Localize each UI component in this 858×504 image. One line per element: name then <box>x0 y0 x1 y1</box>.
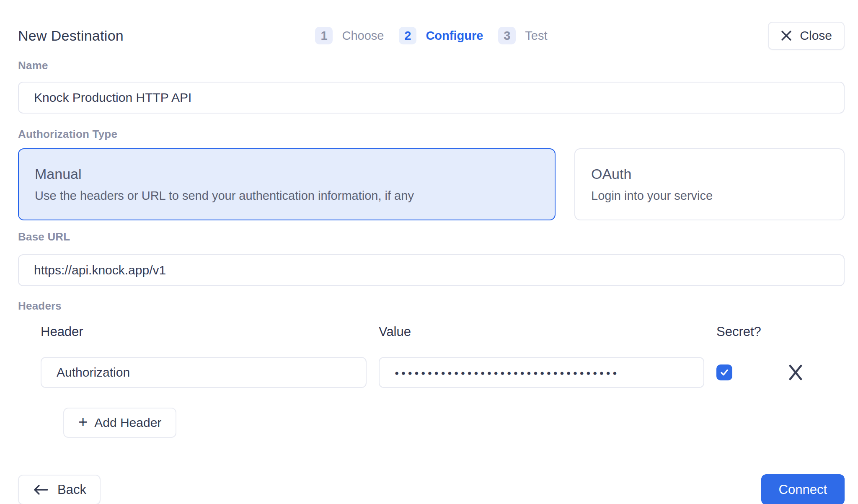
dialog-header: New Destination 1 Choose 2 Configure 3 T… <box>18 20 845 51</box>
back-button[interactable]: Back <box>18 475 101 504</box>
auth-option-description: Use the headers or URL to send your auth… <box>35 189 539 203</box>
auth-option-title: Manual <box>35 166 539 182</box>
stepper: 1 Choose 2 Configure 3 Test <box>315 27 547 44</box>
connect-button-label: Connect <box>779 482 827 497</box>
step-label: Choose <box>342 29 384 43</box>
close-button-label: Close <box>800 28 832 43</box>
step-label: Test <box>525 29 547 43</box>
column-header-secret: Secret? <box>716 324 775 339</box>
headers-section-label: Headers <box>18 300 845 313</box>
header-value-input[interactable] <box>379 357 704 388</box>
close-icon <box>780 30 792 41</box>
auth-option-manual[interactable]: Manual Use the headers or URL to send yo… <box>18 148 556 220</box>
base-url-label: Base URL <box>18 230 845 243</box>
name-input[interactable] <box>18 82 845 114</box>
add-header-button[interactable]: + Add Header <box>63 408 176 438</box>
delete-header-button[interactable] <box>787 364 804 381</box>
step-choose[interactable]: 1 Choose <box>315 27 384 44</box>
close-button[interactable]: Close <box>768 22 845 50</box>
x-icon <box>788 364 803 381</box>
arrow-left-icon <box>32 483 49 496</box>
auth-option-description: Login into your service <box>591 189 828 203</box>
secret-checkbox[interactable] <box>716 364 732 380</box>
auth-option-title: OAuth <box>591 166 828 182</box>
plus-icon: + <box>78 414 88 430</box>
step-label: Configure <box>426 29 483 43</box>
step-number-badge: 1 <box>315 27 333 44</box>
headers-table-columns: Header Value Secret? <box>41 324 845 357</box>
back-button-label: Back <box>57 482 86 497</box>
new-destination-dialog: New Destination 1 Choose 2 Configure 3 T… <box>18 20 845 504</box>
dialog-footer: Back Connect <box>18 474 845 504</box>
authorization-type-label: Authorization Type <box>18 128 845 141</box>
base-url-input[interactable] <box>18 254 845 286</box>
header-row <box>41 357 845 388</box>
step-configure[interactable]: 2 Configure <box>399 27 483 44</box>
step-number-badge: 3 <box>498 27 516 44</box>
step-number-badge: 2 <box>399 27 416 44</box>
header-name-input[interactable] <box>41 357 367 388</box>
check-icon <box>719 367 729 377</box>
step-test[interactable]: 3 Test <box>498 27 547 44</box>
column-header-actions <box>787 324 807 339</box>
headers-table: Header Value Secret? + <box>18 324 845 438</box>
column-header-header: Header <box>41 324 367 339</box>
auth-option-oauth[interactable]: OAuth Login into your service <box>574 148 845 220</box>
name-label: Name <box>18 59 845 72</box>
authorization-type-options: Manual Use the headers or URL to send yo… <box>18 148 845 220</box>
connect-button[interactable]: Connect <box>761 474 845 504</box>
add-header-button-label: Add Header <box>94 416 161 430</box>
column-header-value: Value <box>379 324 704 339</box>
page-title: New Destination <box>18 28 315 44</box>
